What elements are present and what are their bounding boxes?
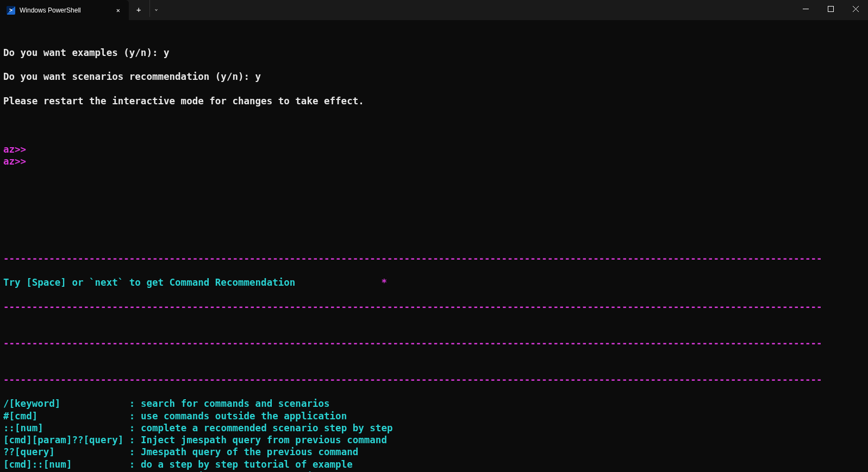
tab-title: Windows PowerShell (20, 7, 113, 14)
powershell-icon: > (7, 6, 15, 15)
minimize-button[interactable] (793, 0, 818, 17)
close-window-button[interactable] (843, 0, 868, 17)
recommendation-line: Try [Space] or `next` to get Command Rec… (3, 276, 865, 288)
maximize-button[interactable] (818, 0, 843, 17)
new-tab-button[interactable]: + (129, 0, 148, 20)
prompt: az>> (3, 144, 26, 155)
svg-rect-0 (803, 9, 809, 9)
terminal-output[interactable]: Do you want examples (y/n): y Do you wan… (0, 20, 868, 472)
window-controls (793, 0, 868, 17)
svg-rect-1 (828, 6, 833, 11)
output-line: Do you want examples (y/n): y Do you wan… (3, 34, 865, 107)
divider: ----------------------------------------… (3, 337, 865, 349)
prompt-area: az>> az>> (3, 119, 865, 167)
tab-dropdown-button[interactable]: ⌄ (149, 0, 162, 17)
divider: ----------------------------------------… (3, 253, 865, 265)
divider: ----------------------------------------… (3, 374, 865, 386)
divider: ----------------------------------------… (3, 301, 865, 313)
close-tab-button[interactable]: ✕ (113, 5, 123, 15)
titlebar: > Windows PowerShell ✕ + ⌄ (0, 0, 868, 20)
prompt: az>> (3, 156, 26, 167)
help-table: /[keyword] : search for commands and sce… (3, 398, 865, 472)
tab-powershell[interactable]: > Windows PowerShell ✕ (0, 0, 129, 20)
